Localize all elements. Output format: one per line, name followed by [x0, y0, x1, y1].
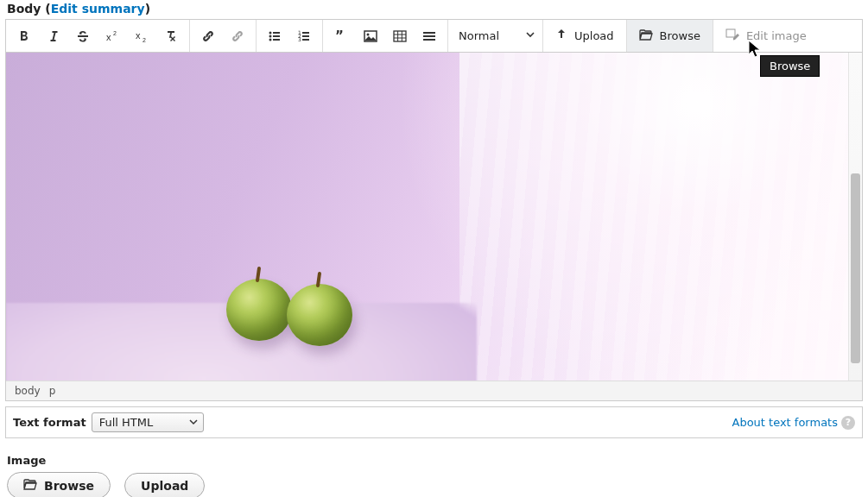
svg-point-8: [269, 38, 272, 41]
editor-content-area[interactable]: [6, 53, 862, 381]
upload-label: Upload: [574, 29, 614, 42]
svg-text:2: 2: [143, 37, 146, 43]
svg-text:3: 3: [298, 36, 301, 42]
paragraph-style-dropdown[interactable]: Normal: [448, 20, 543, 52]
svg-rect-26: [423, 39, 435, 41]
table-button[interactable]: [385, 21, 415, 52]
svg-rect-11: [302, 32, 309, 34]
folder-open-icon: [23, 478, 37, 493]
blockquote-button[interactable]: ”: [326, 21, 356, 52]
text-format-row: Text format Full HTML About text formats…: [5, 406, 863, 438]
vertical-scrollbar[interactable]: [848, 53, 862, 381]
edit-image-button: Edit image: [713, 20, 819, 52]
svg-text:”: ”: [335, 29, 344, 43]
svg-text:2: 2: [113, 30, 117, 36]
select-chevron-icon: [189, 416, 198, 429]
text-format-label: Text format: [13, 416, 86, 429]
bullet-list-button[interactable]: [260, 21, 289, 52]
remove-format-button[interactable]: [156, 21, 186, 52]
element-path-bar: body p: [6, 381, 862, 400]
path-p[interactable]: p: [49, 385, 56, 397]
path-body[interactable]: body: [15, 385, 41, 397]
chevron-down-icon: [525, 29, 535, 42]
svg-rect-13: [302, 35, 309, 37]
editor-toolbar: x2 x2 123: [6, 20, 862, 53]
svg-text:x: x: [106, 32, 111, 42]
text-format-value: Full HTML: [99, 416, 154, 429]
image-browse-label: Browse: [44, 479, 94, 493]
paragraph-style-value: Normal: [459, 29, 499, 42]
svg-point-6: [269, 35, 272, 37]
help-icon: ?: [841, 416, 855, 430]
image-upload-button[interactable]: Upload: [124, 473, 205, 497]
browse-tooltip: Browse: [760, 55, 820, 77]
rich-text-editor: x2 x2 123: [5, 19, 863, 401]
superscript-button[interactable]: x2: [98, 21, 127, 52]
about-text-formats-link[interactable]: About text formats ?: [732, 416, 855, 430]
svg-rect-15: [302, 39, 309, 41]
text-format-select[interactable]: Full HTML: [92, 412, 204, 432]
upload-button[interactable]: Upload: [543, 20, 627, 52]
svg-rect-19: [394, 31, 406, 41]
image-upload-label: Upload: [141, 479, 188, 493]
bold-button[interactable]: [10, 21, 39, 52]
content-image: [6, 53, 848, 381]
image-browse-button[interactable]: Browse: [7, 472, 111, 497]
svg-point-4: [269, 31, 272, 34]
link-button[interactable]: [193, 21, 223, 52]
mouse-cursor-icon: [748, 40, 763, 61]
edit-summary-link[interactable]: Edit summary: [51, 2, 145, 16]
upload-icon: [555, 28, 567, 43]
svg-rect-25: [423, 35, 435, 37]
svg-text:x: x: [136, 30, 141, 41]
about-label: About text formats: [732, 416, 838, 429]
ordered-list-button[interactable]: 123: [289, 21, 319, 52]
strike-button[interactable]: [68, 21, 98, 52]
image-field-label: Image: [7, 454, 863, 467]
browse-label: Browse: [660, 29, 700, 42]
svg-rect-24: [423, 32, 435, 34]
image-button[interactable]: [356, 21, 385, 52]
svg-rect-9: [273, 39, 280, 41]
svg-rect-7: [273, 35, 280, 37]
folder-open-icon: [639, 28, 653, 43]
edit-image-icon: [725, 28, 739, 43]
body-label-text: Body: [7, 2, 41, 16]
body-field-label: Body (Edit summary): [0, 0, 868, 17]
hr-button[interactable]: [415, 21, 444, 52]
browse-button[interactable]: Browse: [627, 20, 713, 52]
svg-rect-27: [726, 29, 735, 37]
subscript-button[interactable]: x2: [127, 21, 156, 52]
svg-rect-5: [273, 32, 280, 34]
svg-point-18: [367, 33, 370, 35]
unlink-button: [223, 21, 252, 52]
italic-button[interactable]: [39, 21, 68, 52]
